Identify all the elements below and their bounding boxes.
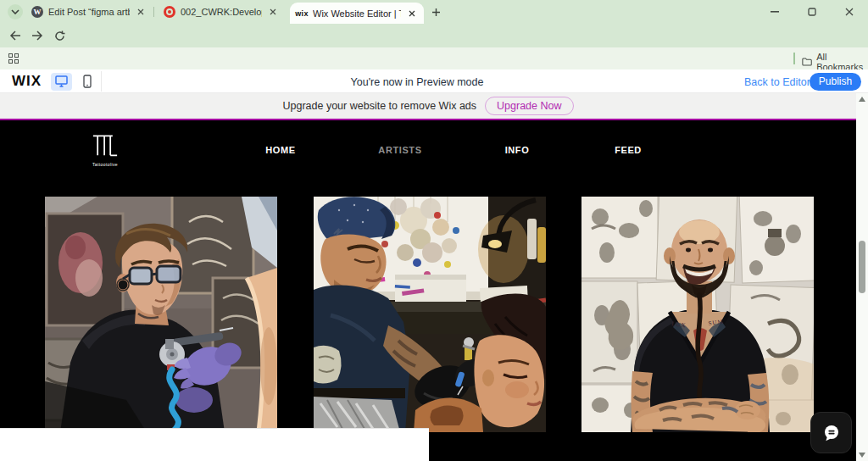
window-controls (756, 0, 868, 24)
back-button[interactable] (7, 27, 24, 44)
nav-info[interactable]: INFO (505, 145, 530, 155)
maximize-window-icon[interactable] (793, 0, 831, 24)
apps-grid-icon[interactable] (8, 53, 19, 64)
gallery-photo-artist-1[interactable] (45, 197, 277, 432)
close-window-icon[interactable] (831, 0, 868, 24)
scrollbar-thumb[interactable] (859, 241, 865, 293)
browser-tab-wix-editor-active[interactable]: wix Wix Website Editor | Tattootoliv (290, 3, 424, 24)
scroll-up-arrow-icon[interactable] (859, 97, 865, 102)
wix-upgrade-banner: Upgrade your website to remove Wix ads U… (0, 93, 856, 119)
page-scrollbar[interactable] (856, 93, 868, 461)
tab-separator (153, 7, 154, 17)
wix-preview-bar: WIX You're now in Preview mode Back to E… (0, 69, 868, 93)
tattootolive-monogram-icon (90, 132, 120, 158)
nav-home[interactable]: HOME (265, 145, 295, 155)
browser-window: W Edit Post “figma artboards” « M 002_CW… (0, 0, 868, 461)
bookmarks-separator (793, 53, 795, 64)
close-tab-icon[interactable] (406, 8, 418, 19)
publish-button[interactable]: Publish (810, 73, 861, 91)
folder-icon (802, 57, 812, 67)
nav-artists[interactable]: ARTISTS (378, 145, 421, 155)
tab-title: Wix Website Editor | Tattootoliv (313, 8, 401, 19)
preview-mode-status: You're now in Preview mode (0, 76, 834, 88)
tab-search-chevron-icon[interactable] (8, 4, 23, 19)
chat-widget-button[interactable] (810, 412, 852, 453)
wix-favicon: wix (296, 8, 308, 19)
back-to-editor-link[interactable]: Back to Editor (744, 76, 810, 88)
new-tab-button[interactable] (429, 5, 443, 19)
nav-feed[interactable]: FEED (615, 145, 642, 155)
scroll-down-arrow-icon[interactable] (859, 453, 865, 458)
canvas-favicon (164, 6, 175, 18)
tab-title: 002_CWRK:Development log (181, 7, 262, 17)
close-tab-icon[interactable] (135, 6, 147, 18)
close-tab-icon[interactable] (267, 6, 279, 18)
site-brand-name: Tattootolive (85, 162, 125, 167)
forward-button[interactable] (29, 27, 46, 44)
reload-button[interactable] (51, 27, 68, 44)
browser-tab-wordpress[interactable]: W Edit Post “figma artboards” « M (25, 0, 153, 24)
white-overlay-panel (0, 428, 429, 461)
chat-bubble-icon (821, 423, 842, 443)
gallery-photo-artist-2[interactable] (314, 197, 546, 432)
browser-tab-canvas[interactable]: 002_CWRK:Development log (158, 0, 285, 24)
tab-strip: W Edit Post “figma artboards” « M 002_CW… (0, 0, 868, 24)
site-logo[interactable]: Tattootolive (85, 132, 125, 167)
upgrade-message: Upgrade your website to remove Wix ads (282, 100, 476, 112)
bookmarks-bar: All Bookmarks (0, 47, 868, 69)
browser-toolbar: editor.wix.com/html/editor/web/renderer/… (0, 24, 868, 47)
tab-title: Edit Post “figma artboards” « M (48, 7, 130, 17)
minimize-window-icon[interactable] (756, 0, 793, 24)
site-preview: Tattootolive HOME ARTISTS INFO FEED (0, 120, 856, 461)
wordpress-favicon: W (31, 6, 43, 18)
gallery-photo-artist-3[interactable]: LUX SUM (581, 197, 814, 432)
upgrade-now-button[interactable]: Upgrade Now (485, 97, 573, 115)
